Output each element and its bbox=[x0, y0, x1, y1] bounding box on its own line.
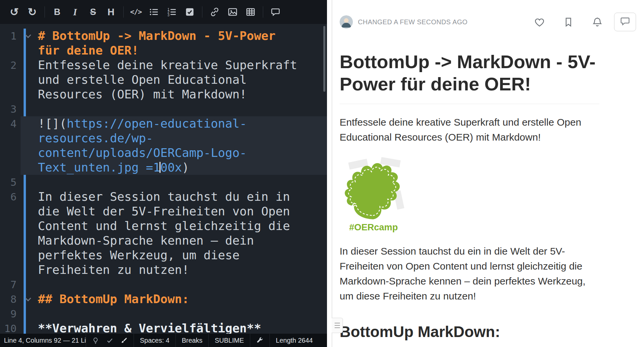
line-number: 8 bbox=[0, 292, 21, 306]
fold-gutter bbox=[21, 58, 38, 102]
italic-button[interactable]: I bbox=[66, 4, 84, 20]
svg-text:3: 3 bbox=[167, 13, 169, 17]
comment-bubble-icon bbox=[620, 16, 630, 28]
fold-gutter bbox=[21, 277, 38, 292]
editor-toolbar: ↺↻BISH</>123 bbox=[0, 0, 327, 24]
fold-gutter bbox=[21, 292, 38, 306]
ordered-list-icon: 123 bbox=[167, 7, 177, 17]
note-action-icons bbox=[534, 17, 603, 28]
strikethrough-icon: S bbox=[90, 7, 96, 17]
link-button[interactable] bbox=[206, 4, 224, 20]
note-meta-row: CHANGED A FEW SECONDS AGO bbox=[340, 13, 636, 31]
toolbar-separator bbox=[263, 6, 263, 18]
heading-button[interactable]: H bbox=[102, 4, 120, 20]
fold-gutter bbox=[21, 116, 38, 175]
editor-line-2[interactable]: 2Entfessele deine kreative Superkraftund… bbox=[0, 58, 327, 102]
editor-line-9[interactable]: 9 bbox=[0, 306, 327, 321]
tape-decoration bbox=[380, 157, 401, 168]
editor-pane: ↺↻BISH</>123 1# BottomUp -> MarkDown - 5… bbox=[0, 0, 327, 347]
logo-caption: #OERcamp bbox=[349, 222, 398, 232]
heart-icon[interactable] bbox=[534, 17, 545, 28]
italic-icon: I bbox=[73, 7, 77, 18]
heading-icon: H bbox=[108, 7, 115, 18]
toolbar-separator bbox=[45, 6, 45, 18]
code-editor[interactable]: 1# BottomUp -> MarkDown - 5V-Powerfür de… bbox=[0, 24, 327, 347]
pane-divider[interactable] bbox=[327, 0, 332, 347]
undo-button[interactable]: ↺ bbox=[5, 4, 23, 20]
fold-gutter bbox=[21, 189, 38, 277]
comment-icon bbox=[270, 7, 280, 17]
indent-setting[interactable]: Spaces: 4 bbox=[134, 334, 175, 347]
table-button[interactable] bbox=[242, 4, 260, 20]
doc-length: Length 2644 bbox=[270, 334, 319, 347]
bold-icon: B bbox=[54, 7, 60, 17]
bookmark-icon[interactable] bbox=[563, 17, 574, 28]
bullet-list-button[interactable] bbox=[145, 4, 163, 20]
preview-paragraph-session: In dieser Session tauchst du ein in die … bbox=[340, 244, 599, 303]
statusbar: Line 4, Columns 92 — 21 Lines Spaces: 4 … bbox=[0, 334, 327, 347]
comments-button[interactable] bbox=[614, 13, 636, 31]
rendered-markdown: BottomUp -> MarkDown - 5V-Power für dein… bbox=[340, 51, 599, 347]
editor-line-4[interactable]: 4![](https://open-educational-resources.… bbox=[0, 116, 327, 175]
statusbar-toggles bbox=[86, 334, 134, 347]
keymap-setting[interactable]: SUBLIME bbox=[209, 334, 250, 347]
fold-gutter bbox=[21, 306, 38, 321]
fold-chevron-icon[interactable] bbox=[25, 32, 31, 38]
line-number: 1 bbox=[0, 29, 21, 58]
redo-icon: ↻ bbox=[28, 6, 37, 18]
editor-line-1[interactable]: 1# BottomUp -> MarkDown - 5V-Powerfür de… bbox=[0, 29, 327, 58]
split-grip-handle[interactable] bbox=[332, 318, 343, 333]
line-number: 6 bbox=[0, 189, 21, 277]
undo-icon: ↺ bbox=[10, 6, 19, 18]
code-button[interactable]: </> bbox=[127, 4, 145, 20]
fold-gutter bbox=[21, 175, 38, 189]
editor-scrollbar[interactable] bbox=[323, 26, 325, 92]
checklist-button[interactable] bbox=[181, 4, 199, 20]
preview-pane: CHANGED A FEW SECONDS AGO BottomUp -> Ma… bbox=[332, 0, 644, 347]
editor-lines: 1# BottomUp -> MarkDown - 5V-Powerfür de… bbox=[0, 24, 327, 336]
editor-line-8[interactable]: 8## BottomUp MarkDown: bbox=[0, 292, 327, 306]
bullet-list-icon bbox=[149, 7, 159, 17]
author-avatar[interactable] bbox=[340, 15, 353, 29]
preview-title: BottomUp -> MarkDown - 5V-Power für dein… bbox=[340, 51, 599, 104]
code-icon: </> bbox=[130, 8, 142, 16]
checklist-icon bbox=[185, 7, 195, 17]
brush-icon[interactable] bbox=[121, 337, 128, 344]
bold-button[interactable]: B bbox=[48, 4, 66, 20]
last-changed-label: CHANGED A FEW SECONDS AGO bbox=[358, 18, 468, 26]
editor-line-3[interactable]: 3 bbox=[0, 102, 327, 116]
cursor-position: Line 4, Columns 92 — 21 Lines bbox=[0, 334, 86, 347]
editor-line-5[interactable]: 5 bbox=[0, 175, 327, 189]
lightbulb-icon[interactable] bbox=[92, 337, 99, 344]
image-button[interactable] bbox=[224, 4, 242, 20]
line-number: 4 bbox=[0, 116, 21, 175]
spellcheck-icon[interactable] bbox=[106, 337, 113, 344]
preview-paragraph-intro: Entfessele deine kreative Superkraft und… bbox=[340, 115, 599, 145]
preferences-wrench-icon[interactable] bbox=[250, 334, 269, 347]
toolbar-separator bbox=[202, 6, 202, 18]
editor-line-7[interactable]: 7 bbox=[0, 277, 327, 292]
oercamp-logo-image: ✂ #OERcamp bbox=[341, 157, 407, 233]
table-icon bbox=[246, 7, 256, 17]
comment-button[interactable] bbox=[267, 4, 284, 20]
fold-gutter bbox=[21, 29, 38, 58]
strikethrough-button[interactable]: S bbox=[84, 4, 102, 20]
fold-chevron-icon[interactable] bbox=[25, 295, 31, 301]
editor-line-6[interactable]: 6In dieser Session tauchst du ein indie … bbox=[0, 189, 327, 277]
image-icon bbox=[228, 7, 238, 17]
app-window: ↺↻BISH</>123 1# BottomUp -> MarkDown - 5… bbox=[0, 0, 644, 347]
linebreak-setting[interactable]: Breaks bbox=[176, 334, 208, 347]
preview-subtitle: BottomUp MarkDown: bbox=[340, 323, 599, 347]
line-number: 7 bbox=[0, 277, 21, 292]
fold-gutter bbox=[21, 102, 38, 116]
line-number: 9 bbox=[0, 306, 21, 321]
redo-button[interactable]: ↻ bbox=[23, 4, 41, 20]
line-number: 2 bbox=[0, 58, 21, 102]
ordered-list-button[interactable]: 123 bbox=[163, 4, 181, 20]
link-icon bbox=[210, 7, 220, 17]
line-number: 5 bbox=[0, 175, 21, 189]
toolbar-separator bbox=[123, 6, 124, 18]
bell-icon[interactable] bbox=[592, 17, 603, 28]
line-number: 3 bbox=[0, 102, 21, 116]
